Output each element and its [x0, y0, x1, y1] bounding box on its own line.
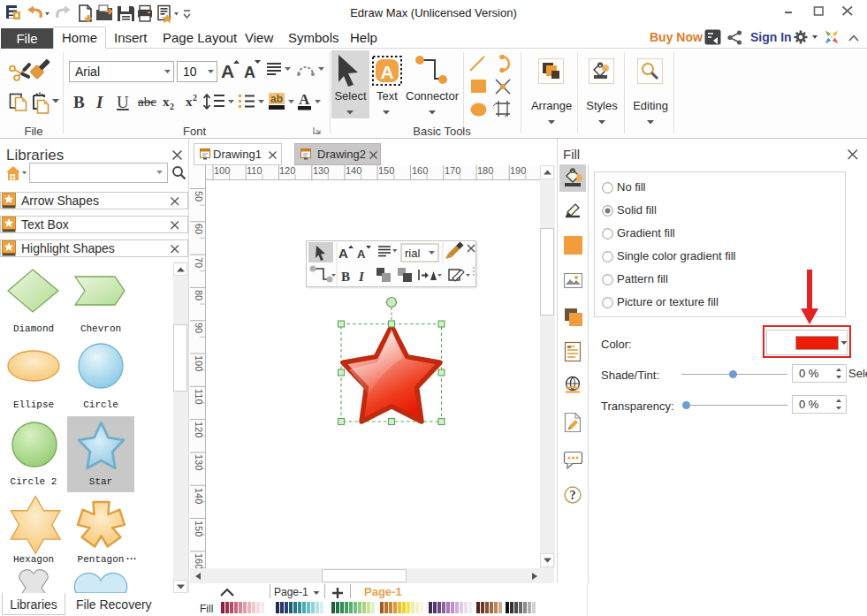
svg-text:A: A [299, 91, 310, 108]
svg-text:A: A [357, 247, 366, 261]
svg-text:ab: ab [270, 93, 283, 105]
svg-text:A: A [244, 64, 255, 81]
svg-text:A: A [380, 62, 393, 82]
svg-text:A: A [338, 246, 348, 261]
svg-text:A: A [221, 61, 234, 81]
svg-text:B: B [341, 270, 350, 284]
svg-text:?: ? [570, 489, 576, 502]
svg-text:I: I [358, 270, 365, 284]
svg-text:rial: rial [405, 247, 420, 260]
